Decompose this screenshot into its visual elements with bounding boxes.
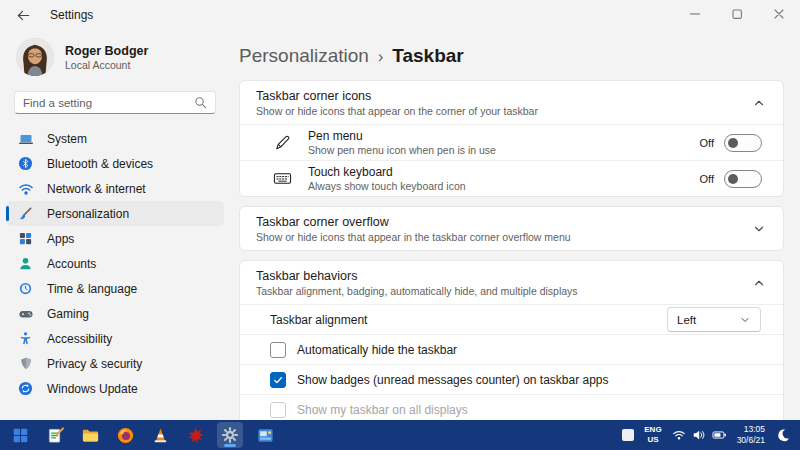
network-icon [17, 181, 34, 197]
battery-icon [712, 428, 727, 442]
titlebar: Settings [0, 0, 800, 30]
sidebar-item-network[interactable]: Network & internet [6, 176, 224, 201]
search-input[interactable] [23, 97, 194, 109]
sidebar-item-label: Time & language [47, 282, 137, 296]
setting-row-auto-hide: Automatically hide the taskbar [240, 334, 783, 364]
setting-row-taskbar-alignment: Taskbar alignment Left [240, 304, 783, 334]
window-controls [674, 0, 800, 28]
sidebar-item-bluetooth[interactable]: Bluetooth & devices [6, 151, 224, 176]
setting-row-show-badges: Show badges (unread messages counter) on… [240, 364, 783, 394]
show-badges-checkbox[interactable] [270, 372, 286, 388]
vlc-icon [151, 426, 170, 445]
user-name: Roger Bodger [65, 44, 148, 58]
toggle-state-label: Off [700, 137, 714, 149]
focus-assist-moon-icon[interactable] [776, 428, 790, 442]
setting-description: Always show touch keyboard icon [308, 180, 685, 192]
taskbar-alignment-dropdown[interactable]: Left [667, 307, 761, 332]
section-subtitle: Show or hide icons that appear in the ta… [256, 231, 752, 243]
clock-time: 13:05 [737, 424, 765, 435]
sidebar-item-label: Apps [47, 232, 74, 246]
search-icon [194, 96, 207, 109]
back-button[interactable] [13, 5, 33, 25]
pen-menu-toggle[interactable] [724, 134, 762, 152]
personalization-icon [17, 206, 34, 222]
time-language-icon [17, 281, 34, 297]
maximize-button[interactable] [716, 0, 758, 28]
chevron-down-icon [739, 314, 751, 326]
keyboard-icon [273, 169, 293, 188]
toggle-state-label: Off [700, 173, 714, 185]
tray-status-icons[interactable] [672, 428, 727, 442]
language-indicator[interactable]: ENG US [644, 425, 661, 444]
chevron-up-icon [752, 96, 766, 110]
taskbar-app-settings[interactable] [217, 422, 243, 448]
taskbar-app-firefox[interactable] [112, 422, 138, 448]
chevron-up-icon [752, 276, 766, 290]
tray-app-icon[interactable] [622, 429, 634, 441]
sidebar-item-accounts[interactable]: Accounts [6, 251, 224, 276]
system-tray: ENG US 13:05 30/6/21 [622, 424, 793, 445]
sidebar-item-label: Personalization [47, 207, 129, 221]
sidebar-item-label: Gaming [47, 307, 89, 321]
setting-title: Pen menu [308, 129, 685, 143]
touch-keyboard-toggle[interactable] [724, 170, 762, 188]
red-app-icon [186, 426, 205, 445]
user-account-type: Local Account [65, 59, 148, 71]
accounts-icon [17, 256, 34, 272]
expander-taskbar-behaviors[interactable]: Taskbar behaviors Taskbar alignment, bad… [240, 261, 783, 304]
dropdown-value: Left [677, 314, 696, 326]
all-displays-checkbox [270, 402, 286, 418]
close-button[interactable] [758, 0, 800, 28]
auto-hide-checkbox[interactable] [270, 342, 286, 358]
section-title: Taskbar corner overflow [256, 215, 752, 229]
sidebar-item-privacy[interactable]: Privacy & security [6, 351, 224, 376]
user-account[interactable]: Roger Bodger Local Account [0, 30, 230, 78]
setting-row-pen-menu: Pen menu Show pen menu icon when pen is … [240, 124, 783, 160]
sidebar-item-apps[interactable]: Apps [6, 226, 224, 251]
taskbar-app-media-app[interactable] [252, 422, 278, 448]
expander-taskbar-corner-icons[interactable]: Taskbar corner icons Show or hide icons … [240, 81, 783, 124]
sidebar-item-windows-update[interactable]: Windows Update [6, 376, 224, 401]
section-title: Taskbar corner icons [256, 89, 752, 103]
expander-taskbar-corner-overflow[interactable]: Taskbar corner overflow Show or hide ico… [240, 207, 783, 250]
sidebar-item-label: Accounts [47, 257, 96, 271]
settings-gear-icon [221, 426, 239, 444]
setting-row-touch-keyboard: Touch keyboard Always show touch keyboar… [240, 160, 783, 196]
close-icon [771, 6, 787, 22]
taskbar-app-text-editor[interactable] [42, 422, 68, 448]
text-editor-icon [46, 426, 65, 445]
file-explorer-icon [81, 426, 100, 445]
bluetooth-icon [17, 156, 34, 172]
windows-start-icon [12, 427, 29, 444]
taskbar-app-file-explorer[interactable] [77, 422, 103, 448]
sidebar: Roger Bodger Local Account System Blueto… [0, 30, 230, 420]
main-content: Personalization › Taskbar Taskbar corner… [230, 30, 800, 420]
language-line2: US [644, 435, 661, 445]
clock[interactable]: 13:05 30/6/21 [737, 424, 765, 445]
checkbox-label: Show badges (unread messages counter) on… [297, 373, 609, 387]
sidebar-item-accessibility[interactable]: Accessibility [6, 326, 224, 351]
sidebar-item-label: Windows Update [47, 382, 138, 396]
sidebar-item-label: System [47, 132, 87, 146]
setting-title: Touch keyboard [308, 165, 685, 179]
sidebar-item-time-language[interactable]: Time & language [6, 276, 224, 301]
breadcrumb: Personalization › Taskbar [230, 30, 800, 80]
sidebar-item-system[interactable]: System [6, 126, 224, 151]
sidebar-item-personalization[interactable]: Personalization [6, 201, 224, 226]
system-icon [17, 131, 34, 147]
minimize-icon [687, 6, 703, 22]
minimize-button[interactable] [674, 0, 716, 28]
taskbar-app-red-app[interactable] [182, 422, 208, 448]
sidebar-nav: System Bluetooth & devices Network & int… [0, 122, 230, 405]
sidebar-item-label: Accessibility [47, 332, 112, 346]
sidebar-item-gaming[interactable]: Gaming [6, 301, 224, 326]
checkbox-label: Show my taskbar on all displays [297, 403, 468, 417]
breadcrumb-parent[interactable]: Personalization [239, 45, 369, 67]
back-arrow-icon [16, 8, 31, 23]
start-button[interactable] [7, 422, 33, 448]
windows-update-icon [17, 381, 34, 397]
settings-cards: Taskbar corner icons Show or hide icons … [230, 80, 800, 420]
taskbar-app-vlc[interactable] [147, 422, 173, 448]
checkmark-icon [272, 374, 284, 386]
card-taskbar-corner-icons: Taskbar corner icons Show or hide icons … [239, 80, 784, 197]
